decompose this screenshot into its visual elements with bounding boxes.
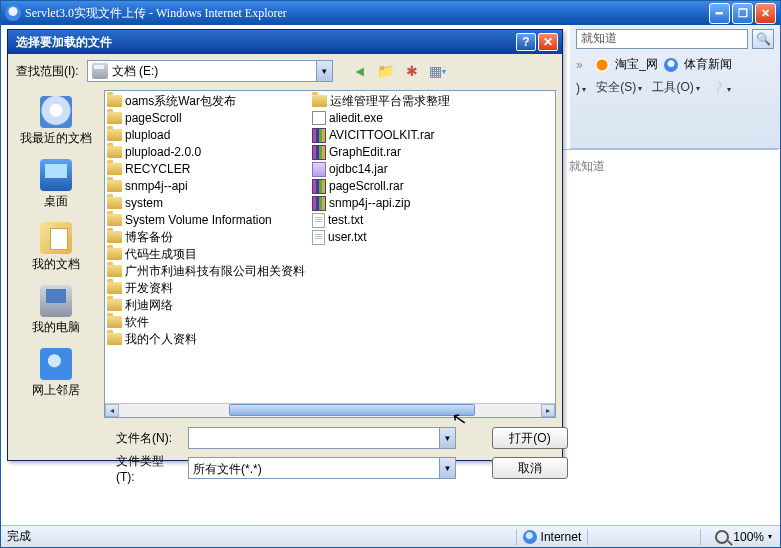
file-item[interactable]: 开发资料 xyxy=(107,280,312,296)
scroll-right-arrow[interactable]: ▸ xyxy=(541,404,555,417)
new-folder-icon[interactable]: ✱ xyxy=(403,62,421,80)
filename-dropdown-arrow[interactable]: ▼ xyxy=(439,428,455,448)
lookin-combo[interactable]: 文档 (E:) ▼ xyxy=(87,60,333,82)
file-item[interactable]: System Volume Information xyxy=(107,212,312,228)
file-item-name: system xyxy=(125,196,163,210)
file-list[interactable]: oams系统War包发布pageScrollpluploadplupload-2… xyxy=(104,90,556,418)
lookin-label: 查找范围(I): xyxy=(16,63,79,80)
file-item[interactable]: snmp4j--api.zip xyxy=(312,195,512,211)
file-item[interactable]: system xyxy=(107,195,312,211)
maximize-button[interactable]: ❐ xyxy=(732,3,753,24)
search-go-button[interactable]: 🔍 xyxy=(752,29,774,49)
dialog-bottom: 文件名(N): ▼ 打开(O) 文件类型(T): 所有文件(*.*) ▼ 取消 xyxy=(8,420,562,486)
folder-icon xyxy=(312,95,327,107)
views-icon[interactable]: ▦▾ xyxy=(429,62,447,80)
file-item[interactable]: test.txt xyxy=(312,212,512,228)
search-row: 就知道 🔍 xyxy=(570,25,780,53)
link-taobao[interactable]: 淘宝_网 xyxy=(615,56,658,73)
file-item[interactable]: 博客备份 xyxy=(107,229,312,245)
file-item[interactable]: user.txt xyxy=(312,229,512,245)
folder-icon xyxy=(107,282,122,294)
file-item-name: 广州市利迪科技有限公司相关资料 xyxy=(125,263,305,280)
horizontal-scrollbar[interactable]: ◂ ▸ xyxy=(105,403,555,417)
scroll-thumb[interactable] xyxy=(229,404,475,416)
dialog-toolbar: ◄ 📁 ✱ ▦▾ xyxy=(351,62,447,80)
file-item[interactable]: 广州市利迪科技有限公司相关资料 xyxy=(107,263,312,279)
file-item[interactable]: RECYCLER xyxy=(107,161,312,177)
file-item[interactable]: GraphEdit.rar xyxy=(312,144,512,160)
file-item[interactable]: pageScroll.rar xyxy=(312,178,512,194)
filename-combo[interactable]: ▼ xyxy=(188,427,456,449)
ie-window: Servlet3.0实现文件上传 - Windows Internet Expl… xyxy=(0,0,781,548)
file-item[interactable]: aliedit.exe xyxy=(312,110,512,126)
lookin-row: 查找范围(I): 文档 (E:) ▼ ◄ 📁 ✱ ▦▾ xyxy=(8,54,562,88)
scroll-track[interactable] xyxy=(119,404,541,417)
file-item-name: GraphEdit.rar xyxy=(329,145,401,159)
search-input[interactable]: 就知道 xyxy=(576,29,748,49)
lookin-dropdown-arrow[interactable]: ▼ xyxy=(316,61,332,81)
file-item-name: test.txt xyxy=(328,213,363,227)
file-item[interactable]: snmp4j--api xyxy=(107,178,312,194)
file-item[interactable]: plupload-2.0.0 xyxy=(107,144,312,160)
minimize-button[interactable]: ━ xyxy=(709,3,730,24)
folder-icon xyxy=(107,231,122,243)
rar-icon xyxy=(312,179,326,194)
dialog-close-button[interactable]: ✕ xyxy=(538,33,558,51)
ie-title: Servlet3.0实现文件上传 - Windows Internet Expl… xyxy=(25,5,709,22)
place-mydoc[interactable]: 我的文档 xyxy=(14,218,98,277)
filetype-value: 所有文件(*.*) xyxy=(189,458,439,478)
zoom-control[interactable]: 100% ▾ xyxy=(707,530,780,544)
jar-icon xyxy=(312,162,326,177)
status-bar: 完成 Internet 100% ▾ xyxy=(1,525,780,547)
dialog-help-button[interactable]: ? xyxy=(516,33,536,51)
exe-icon xyxy=(312,111,326,125)
safety-menu[interactable]: 安全(S) xyxy=(596,79,642,96)
ie-icon xyxy=(5,5,21,21)
file-item[interactable]: oams系统War包发布 xyxy=(107,93,312,109)
file-item[interactable]: pageScroll xyxy=(107,110,312,126)
file-item[interactable]: ojdbc14.jar xyxy=(312,161,512,177)
cancel-button[interactable]: 取消 xyxy=(492,457,568,479)
help-menu[interactable]: ❔ xyxy=(710,81,731,95)
link-sport[interactable]: 体育新闻 xyxy=(684,56,732,73)
folder-icon xyxy=(107,333,122,345)
file-item[interactable]: AVICITTOOLKIT.rar xyxy=(312,127,512,143)
status-zone[interactable]: Internet xyxy=(523,530,582,544)
folder-icon xyxy=(107,214,122,226)
file-item[interactable]: 利迪网络 xyxy=(107,297,312,313)
dialog-titlebar: 选择要加载的文件 ? ✕ xyxy=(8,30,562,54)
file-item-name: oams系统War包发布 xyxy=(125,93,236,110)
dropdown-left[interactable]: ) xyxy=(576,81,586,95)
file-item[interactable]: 我的个人资料 xyxy=(107,331,312,347)
back-icon[interactable]: ◄ xyxy=(351,62,369,80)
rar-icon xyxy=(312,128,326,143)
file-column-1: oams系统War包发布pageScrollpluploadplupload-2… xyxy=(107,91,312,403)
close-button[interactable]: ✕ xyxy=(755,3,776,24)
file-item[interactable]: 软件 xyxy=(107,314,312,330)
folder-icon xyxy=(107,95,122,107)
filename-label: 文件名(N): xyxy=(116,430,180,447)
file-icon xyxy=(312,230,325,245)
filetype-combo[interactable]: 所有文件(*.*) ▼ xyxy=(188,457,456,479)
drive-icon xyxy=(92,63,108,79)
my-computer-icon xyxy=(40,285,72,317)
tools-menu[interactable]: 工具(O) xyxy=(652,79,700,96)
sport-icon xyxy=(664,58,678,72)
place-mycomputer[interactable]: 我的电脑 xyxy=(14,281,98,340)
place-desktop[interactable]: 桌面 xyxy=(14,155,98,214)
filetype-dropdown-arrow[interactable]: ▼ xyxy=(439,458,455,478)
place-network[interactable]: 网上邻居 xyxy=(14,344,98,403)
filename-value xyxy=(189,428,439,448)
scroll-left-arrow[interactable]: ◂ xyxy=(105,404,119,417)
file-item-name: 利迪网络 xyxy=(125,297,173,314)
open-button[interactable]: 打开(O) xyxy=(492,427,568,449)
dialog-title: 选择要加载的文件 xyxy=(12,34,514,51)
folder-icon xyxy=(107,316,122,328)
folder-icon xyxy=(107,180,122,192)
place-recent[interactable]: 我最近的文档 xyxy=(14,92,98,151)
file-item[interactable]: 运维管理平台需求整理 xyxy=(312,93,512,109)
up-one-level-icon[interactable]: 📁 xyxy=(377,62,395,80)
file-item[interactable]: 代码生成项目 xyxy=(107,246,312,262)
file-item[interactable]: plupload xyxy=(107,127,312,143)
folder-icon xyxy=(107,197,122,209)
